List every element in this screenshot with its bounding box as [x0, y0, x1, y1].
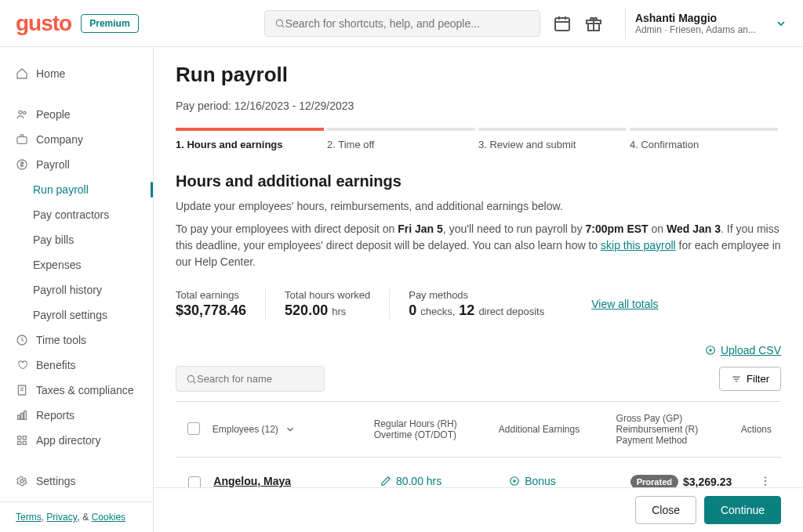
global-search-input[interactable]: [285, 17, 530, 30]
privacy-link[interactable]: Privacy: [46, 512, 77, 523]
col-hours: Regular Hours (RH) Overtime (OT/DOT): [374, 418, 499, 440]
terms-link[interactable]: Terms: [16, 512, 42, 523]
svg-rect-21: [23, 436, 26, 440]
calendar-icon[interactable]: [553, 14, 572, 33]
view-all-totals-link[interactable]: View all totals: [591, 298, 658, 310]
col-additional: Additional Earnings: [499, 424, 616, 435]
nav-taxes[interactable]: Taxes & compliance: [0, 378, 153, 403]
continue-button[interactable]: Continue: [704, 496, 781, 524]
grid-icon: [16, 434, 28, 447]
summary-row: Total earnings $30,778.46 Total hours wo…: [176, 289, 781, 319]
filter-button[interactable]: Filter: [719, 367, 781, 391]
section-desc-1: Update your employees' hours, reimbursem…: [176, 198, 781, 215]
svg-rect-2: [555, 18, 569, 31]
nav-pay-bills[interactable]: Pay bills: [0, 227, 153, 252]
nav-label: Payroll history: [33, 284, 102, 296]
nav-benefits[interactable]: Benefits: [0, 353, 153, 378]
search-icon: [186, 374, 197, 385]
sidebar: Home People Company Payroll Run payroll …: [0, 47, 154, 532]
nav-pay-contractors[interactable]: Pay contractors: [0, 202, 153, 227]
name-search[interactable]: [176, 366, 325, 392]
nav-company[interactable]: Company: [0, 127, 153, 152]
nav-label: Payroll: [36, 158, 70, 171]
nav-label: Home: [36, 67, 65, 80]
svg-point-47: [765, 480, 766, 482]
select-all-checkbox[interactable]: [187, 422, 200, 435]
gift-icon[interactable]: [584, 14, 603, 33]
nav-label: Settings: [36, 475, 76, 487]
people-icon: [16, 108, 28, 121]
close-button[interactable]: Close: [635, 496, 696, 524]
nav-payroll[interactable]: Payroll: [0, 152, 153, 177]
total-earnings-label: Total earnings: [176, 289, 246, 301]
nav-label: Reports: [36, 409, 74, 422]
dollar-icon: [16, 158, 28, 171]
svg-point-0: [276, 20, 282, 26]
chart-icon: [16, 409, 28, 422]
pay-methods-label: Pay methods: [409, 289, 544, 301]
nav-run-payroll[interactable]: Run payroll: [0, 177, 153, 202]
bottom-bar: Close Continue: [154, 487, 803, 532]
nav-payroll-settings[interactable]: Payroll settings: [0, 302, 153, 328]
search-icon: [274, 18, 285, 29]
filter-label: Filter: [747, 373, 769, 385]
nav-reports[interactable]: Reports: [0, 403, 153, 428]
chevron-down-icon: [285, 424, 296, 435]
nav-time-tools[interactable]: Time tools: [0, 328, 153, 353]
nav-expenses[interactable]: Expenses: [0, 252, 153, 277]
edit-hours[interactable]: 80.00 hrs: [380, 475, 509, 487]
skip-payroll-link[interactable]: skip this payroll: [601, 239, 676, 252]
pencil-icon: [380, 476, 391, 487]
user-menu[interactable]: Ashanti Maggio Admin · Friesen, Adams an…: [635, 12, 787, 35]
svg-point-24: [20, 480, 24, 483]
employee-name-link[interactable]: Angelou, Maya: [213, 475, 380, 487]
premium-badge[interactable]: Premium: [81, 14, 138, 33]
filter-icon: [731, 374, 742, 385]
nav-label: App directory: [36, 434, 100, 447]
col-gross: Gross Pay (GP) Reimbursement (R) Payment…: [616, 413, 741, 446]
svg-rect-22: [18, 441, 21, 444]
plus-circle-icon: [509, 476, 520, 487]
col-employees[interactable]: Employees (12): [213, 424, 374, 435]
nav-label: Run payroll: [33, 183, 89, 196]
footer-links: Terms, Privacy, & Cookies: [0, 501, 153, 532]
step-review[interactable]: 3. Review and submit: [478, 128, 627, 150]
nav-settings[interactable]: Settings: [0, 469, 153, 494]
svg-rect-18: [21, 413, 24, 419]
document-icon: [16, 384, 28, 396]
section-title: Hours and additional earnings: [176, 172, 781, 190]
nav-label: Company: [36, 133, 83, 146]
total-earnings-value: $30,778.46: [176, 302, 246, 319]
svg-point-9: [19, 110, 22, 114]
nav-home[interactable]: Home: [0, 61, 153, 86]
nav-label: People: [36, 108, 71, 121]
svg-point-48: [765, 483, 766, 485]
svg-point-10: [24, 111, 26, 114]
svg-rect-17: [18, 415, 20, 419]
home-icon: [16, 67, 28, 80]
global-search[interactable]: [264, 10, 540, 37]
add-bonus[interactable]: Bonus: [509, 475, 630, 487]
nav-app-directory[interactable]: App directory: [0, 428, 153, 453]
pay-period: Pay period: 12/16/2023 - 12/29/2023: [176, 100, 781, 112]
nav-payroll-history[interactable]: Payroll history: [0, 277, 153, 302]
nav-label: Benefits: [36, 359, 76, 371]
user-role: Admin · Friesen, Adams an...: [635, 24, 756, 35]
stepper: 1. Hours and earnings 2. Time off 3. Rev…: [176, 128, 781, 150]
svg-line-33: [194, 381, 196, 383]
upload-csv-link[interactable]: Upload CSV: [705, 344, 781, 356]
col-actions: Actions: [741, 424, 781, 435]
step-timeoff[interactable]: 2. Time off: [327, 128, 475, 150]
total-hours-value: 520.00 hrs: [285, 302, 370, 319]
svg-rect-19: [24, 411, 27, 420]
svg-rect-11: [17, 137, 27, 144]
nav-label: Payroll settings: [33, 309, 107, 321]
name-search-input[interactable]: [197, 373, 329, 385]
main-content: Run payroll Pay period: 12/16/2023 - 12/…: [154, 47, 803, 532]
svg-line-1: [282, 25, 284, 27]
clock-icon: [16, 334, 28, 346]
step-hours[interactable]: 1. Hours and earnings: [176, 128, 324, 150]
step-confirmation[interactable]: 4. Confirmation: [630, 128, 778, 150]
nav-people[interactable]: People: [0, 102, 153, 127]
cookies-link[interactable]: Cookies: [92, 512, 125, 523]
